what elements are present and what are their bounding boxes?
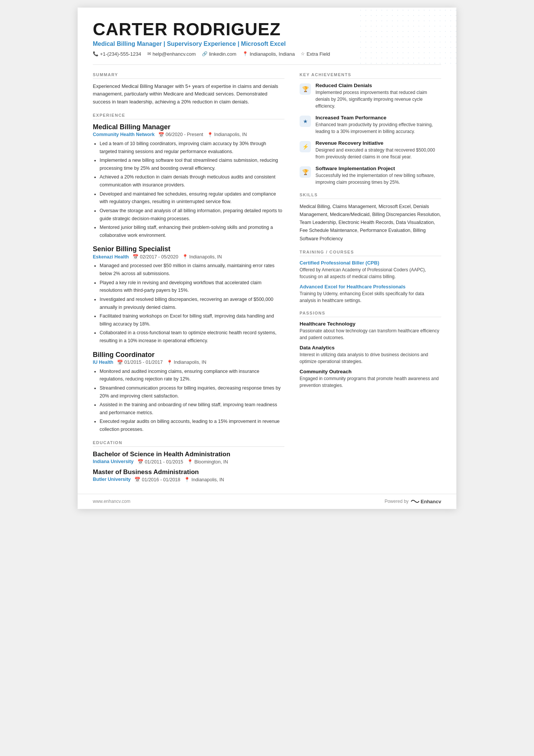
achievement-desc-3: Successfully led the implementation of n… (315, 172, 441, 186)
job-meta-1: Eskenazi Health 📅 02/2017 - 05/2020 📍 In… (93, 254, 284, 260)
passion-title-2: Community Outreach (300, 369, 441, 374)
bullet-2-2: Assisted in the training and onboarding … (100, 401, 284, 416)
star-icon: ☆ (301, 51, 305, 56)
bullet-1-3: Facilitated training workshops on Excel … (100, 312, 284, 328)
achievement-desc-1: Enhanced team productivity by providing … (315, 121, 441, 135)
skills-label: SKILLS (300, 193, 441, 199)
achievement-icon-0: 🏆 (300, 83, 311, 95)
bullet-1-0: Managed and processed over $50 million i… (100, 262, 284, 277)
training-item-1: Advanced Excel for Healthcare Profession… (300, 284, 441, 304)
job-meta-0: Community Health Network 📅 06/2020 - Pre… (93, 132, 284, 138)
calendar-icon-1: 📅 (133, 254, 139, 260)
edu-meta-1: Butler University 📅 01/2016 - 01/2018 📍 … (93, 477, 284, 482)
location-icon-1: 📍 (182, 254, 188, 260)
passion-desc-1: Interest in utilizing data analysis to d… (300, 351, 441, 365)
job-location-1: 📍 Indianapolis, IN (182, 254, 222, 260)
main-content: SUMMARY Experienced Medical Billing Mana… (78, 65, 456, 494)
job-block-1: Senior Billing Specialist Eskenazi Healt… (93, 245, 284, 344)
enhancv-logo-icon (411, 499, 419, 504)
achievement-icon-3: 🏆 (300, 166, 311, 178)
passion-desc-2: Engaged in community programs that promo… (300, 375, 441, 389)
contact-linkedin: 🔗 linkedin.com (202, 51, 236, 57)
edu-school-0: Indiana University (93, 459, 134, 464)
location-icon: 📍 (242, 51, 248, 56)
job-location-0: 📍 Indianapolis, IN (207, 132, 247, 138)
edu-dates-1: 📅 01/2016 - 01/2018 (134, 477, 180, 482)
job-dates-1: 📅 02/2017 - 05/2020 (133, 254, 178, 260)
bullet-0-3: Developed and maintained fee schedules, … (100, 190, 284, 206)
achievement-desc-2: Designed and executed a strategy that re… (315, 147, 441, 160)
bullet-0-4: Oversaw the storage and analysis of all … (100, 207, 284, 222)
bullet-1-2: Investigated and resolved billing discre… (100, 296, 284, 311)
skills-text: Medical Billing, Claims Management, Micr… (300, 203, 441, 243)
achievement-icon-2: ⚡ (300, 141, 311, 152)
location-edu-1: 📍 (184, 477, 190, 482)
passion-desc-0: Passionate about how technology can tran… (300, 327, 441, 341)
edu-block-1: Master of Business Administration Butler… (93, 468, 284, 482)
achievement-2: ⚡ Revenue Recovery Initiative Designed a… (300, 140, 441, 160)
edu-school-1: Butler University (93, 477, 131, 482)
footer-brand: Powered by Enhancv (384, 499, 441, 504)
enhancv-logo: Enhancv (411, 499, 441, 504)
training-desc-1: Training by Udemy, enhancing Excel skill… (300, 290, 441, 304)
bullet-0-5: Mentored junior billing staff, enhancing… (100, 224, 284, 239)
bullet-0-0: Led a team of 10 billing coordinators, i… (100, 140, 284, 155)
header-section: CARTER RODRIGUEZ Medical Billing Manager… (78, 8, 456, 64)
bullet-0-2: Achieved a 20% reduction in claim denial… (100, 173, 284, 189)
experience-label: EXPERIENCE (93, 113, 284, 119)
job-bullets-0: Led a team of 10 billing coordinators, i… (93, 140, 284, 239)
passion-item-1: Data Analytics Interest in utilizing dat… (300, 345, 441, 365)
job-company-1: Eskenazi Health (93, 254, 129, 260)
contact-list: 📞 +1-(234)-555-1234 ✉ help@enhancv.com 🔗… (93, 51, 441, 57)
location-icon-0: 📍 (207, 132, 213, 138)
calendar-icon-0: 📅 (158, 132, 164, 138)
achievement-desc-0: Implemented process improvements that re… (315, 89, 441, 110)
bullet-2-1: Streamlined communication process for bi… (100, 384, 284, 400)
enhancv-brand-name: Enhancv (421, 499, 441, 504)
achievement-content-2: Revenue Recovery Initiative Designed and… (315, 140, 441, 160)
education-label: EDUCATION (93, 440, 284, 447)
passion-title-1: Data Analytics (300, 345, 441, 351)
contact-location: 📍 Indianapolis, Indiana (242, 51, 295, 57)
calendar-icon-2: 📅 (117, 360, 123, 365)
job-block-2: Billing Coordinator IU Health 📅 01/2015 … (93, 351, 284, 434)
edu-block-0: Bachelor of Science in Health Administra… (93, 451, 284, 465)
training-item-0: Certified Professional Biller (CPB) Offe… (300, 260, 441, 280)
achievement-title-1: Increased Team Performance (315, 115, 441, 121)
passion-item-0: Healthcare Technology Passionate about h… (300, 321, 441, 341)
job-location-2: 📍 Indianapolis, IN (167, 360, 206, 365)
job-title-2: Billing Coordinator (93, 351, 284, 359)
training-title-0: Certified Professional Biller (CPB) (300, 260, 441, 266)
achievement-title-0: Reduced Claim Denials (315, 83, 441, 88)
achievement-title-3: Software Implementation Project (315, 166, 441, 171)
summary-text: Experienced Medical Billing Manager with… (93, 83, 284, 106)
job-title-0: Medical Billing Manager (93, 123, 284, 131)
training-title-1: Advanced Excel for Healthcare Profession… (300, 284, 441, 290)
location-icon-2: 📍 (167, 360, 173, 365)
job-company-2: IU Health (93, 360, 113, 365)
achievement-content-0: Reduced Claim Denials Implemented proces… (315, 83, 441, 110)
achievement-3: 🏆 Software Implementation Project Succes… (300, 166, 441, 186)
training-label: TRAINING / COURSES (300, 250, 441, 256)
job-meta-2: IU Health 📅 01/2015 - 01/2017 📍 Indianap… (93, 360, 284, 365)
passion-item-2: Community Outreach Engaged in community … (300, 369, 441, 389)
job-block-0: Medical Billing Manager Community Health… (93, 123, 284, 239)
bullet-2-0: Monitored and audited incoming claims, e… (100, 368, 284, 383)
achievement-0: 🏆 Reduced Claim Denials Implemented proc… (300, 83, 441, 110)
achievement-title-2: Revenue Recovery Initiative (315, 140, 441, 146)
job-dates-0: 📅 06/2020 - Present (158, 132, 203, 138)
contact-phone: 📞 +1-(234)-555-1234 (93, 51, 141, 57)
job-title-1: Senior Billing Specialist (93, 245, 284, 253)
passions-label: PASSIONS (300, 311, 441, 317)
powered-by-text: Powered by (384, 499, 408, 504)
email-icon: ✉ (147, 51, 151, 56)
candidate-name: CARTER RODRIGUEZ (93, 20, 441, 39)
resume-container: CARTER RODRIGUEZ Medical Billing Manager… (78, 8, 456, 509)
edu-location-1: 📍 Indianapolis, IN (184, 477, 224, 482)
candidate-title: Medical Billing Manager | Supervisory Ex… (93, 41, 441, 47)
left-column: SUMMARY Experienced Medical Billing Mana… (93, 72, 284, 486)
calendar-edu-1: 📅 (134, 477, 141, 482)
footer-section: www.enhancv.com Powered by Enhancv (78, 494, 456, 509)
bullet-1-4: Collaborated in a cross-functional team … (100, 329, 284, 344)
summary-label: SUMMARY (93, 72, 284, 79)
